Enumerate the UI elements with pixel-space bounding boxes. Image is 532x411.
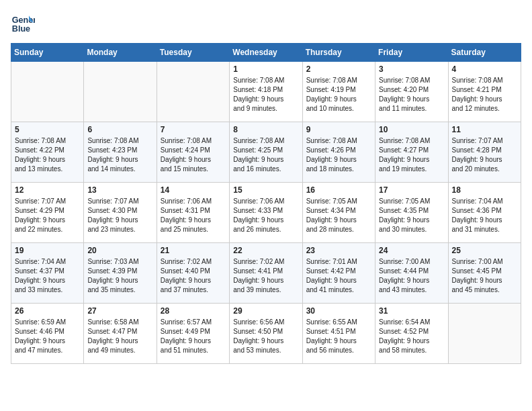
day-content: Sunrise: 7:07 AM Sunset: 4:28 PM Dayligh… — [452, 136, 517, 174]
day-number: 21 — [161, 246, 226, 255]
day-content: Sunrise: 7:02 AM Sunset: 4:41 PM Dayligh… — [233, 257, 298, 295]
day-content: Sunrise: 7:01 AM Sunset: 4:42 PM Dayligh… — [306, 257, 371, 295]
day-number: 4 — [452, 64, 517, 74]
calendar-cell: 22Sunrise: 7:02 AM Sunset: 4:41 PM Dayli… — [230, 243, 302, 304]
day-number: 6 — [87, 125, 152, 134]
day-number: 2 — [306, 64, 371, 74]
weekday-header-monday: Monday — [84, 44, 157, 62]
day-content: Sunrise: 7:00 AM Sunset: 4:45 PM Dayligh… — [452, 257, 517, 295]
day-number: 25 — [452, 246, 517, 255]
calendar-cell — [11, 62, 84, 122]
day-number: 13 — [87, 185, 152, 195]
day-number: 20 — [87, 246, 152, 255]
day-content: Sunrise: 7:08 AM Sunset: 4:27 PM Dayligh… — [379, 136, 444, 174]
day-content: Sunrise: 7:04 AM Sunset: 4:36 PM Dayligh… — [452, 197, 517, 234]
calendar-cell: 17Sunrise: 7:05 AM Sunset: 4:35 PM Dayli… — [375, 183, 448, 243]
day-content: Sunrise: 7:06 AM Sunset: 4:31 PM Dayligh… — [161, 197, 226, 234]
calendar-cell: 2Sunrise: 7:08 AM Sunset: 4:19 PM Daylig… — [302, 62, 375, 122]
day-content: Sunrise: 7:02 AM Sunset: 4:40 PM Dayligh… — [161, 257, 226, 295]
day-number: 1 — [233, 64, 298, 74]
weekday-header-wednesday: Wednesday — [230, 44, 302, 62]
weekday-header-thursday: Thursday — [302, 44, 375, 62]
day-number: 28 — [161, 306, 226, 316]
day-number: 30 — [306, 306, 371, 316]
weekday-header-saturday: Saturday — [448, 44, 521, 62]
calendar-cell — [157, 62, 229, 122]
calendar-cell: 20Sunrise: 7:03 AM Sunset: 4:39 PM Dayli… — [84, 243, 157, 304]
calendar-cell — [84, 62, 157, 122]
day-number: 26 — [15, 306, 80, 316]
weekday-header-friday: Friday — [375, 44, 448, 62]
logo-icon: General Blue — [11, 11, 35, 35]
day-content: Sunrise: 6:54 AM Sunset: 4:52 PM Dayligh… — [379, 318, 444, 355]
day-number: 5 — [15, 125, 80, 134]
day-number: 22 — [233, 246, 298, 255]
calendar-cell: 12Sunrise: 7:07 AM Sunset: 4:29 PM Dayli… — [11, 183, 84, 243]
day-content: Sunrise: 7:03 AM Sunset: 4:39 PM Dayligh… — [87, 257, 152, 295]
calendar-cell: 18Sunrise: 7:04 AM Sunset: 4:36 PM Dayli… — [448, 183, 521, 243]
calendar-cell: 30Sunrise: 6:55 AM Sunset: 4:51 PM Dayli… — [302, 304, 375, 364]
day-content: Sunrise: 7:08 AM Sunset: 4:19 PM Dayligh… — [306, 76, 371, 113]
svg-text:Blue: Blue — [12, 24, 30, 34]
calendar-cell: 4Sunrise: 7:08 AM Sunset: 4:21 PM Daylig… — [448, 62, 521, 122]
day-number: 18 — [452, 185, 517, 195]
calendar-table: SundayMondayTuesdayWednesdayThursdayFrid… — [11, 43, 521, 364]
weekday-header-tuesday: Tuesday — [157, 44, 229, 62]
day-number: 12 — [15, 185, 80, 195]
day-content: Sunrise: 6:59 AM Sunset: 4:46 PM Dayligh… — [15, 318, 80, 355]
calendar-cell: 9Sunrise: 7:08 AM Sunset: 4:26 PM Daylig… — [302, 122, 375, 183]
day-content: Sunrise: 7:08 AM Sunset: 4:23 PM Dayligh… — [87, 136, 152, 174]
calendar-cell: 31Sunrise: 6:54 AM Sunset: 4:52 PM Dayli… — [375, 304, 448, 364]
calendar-cell: 14Sunrise: 7:06 AM Sunset: 4:31 PM Dayli… — [157, 183, 229, 243]
weekday-header-sunday: Sunday — [11, 44, 84, 62]
day-content: Sunrise: 7:08 AM Sunset: 4:18 PM Dayligh… — [233, 76, 298, 113]
day-number: 29 — [233, 306, 298, 316]
day-number: 9 — [306, 125, 371, 134]
day-number: 23 — [306, 246, 371, 255]
day-content: Sunrise: 7:00 AM Sunset: 4:44 PM Dayligh… — [379, 257, 444, 295]
calendar-week-1: 1Sunrise: 7:08 AM Sunset: 4:18 PM Daylig… — [11, 62, 521, 122]
day-number: 7 — [161, 125, 226, 134]
calendar-cell: 10Sunrise: 7:08 AM Sunset: 4:27 PM Dayli… — [375, 122, 448, 183]
day-content: Sunrise: 6:57 AM Sunset: 4:49 PM Dayligh… — [161, 318, 226, 355]
day-content: Sunrise: 7:07 AM Sunset: 4:29 PM Dayligh… — [15, 197, 80, 234]
day-number: 15 — [233, 185, 298, 195]
day-number: 10 — [379, 125, 444, 134]
calendar-cell: 13Sunrise: 7:07 AM Sunset: 4:30 PM Dayli… — [84, 183, 157, 243]
day-number: 27 — [87, 306, 152, 316]
day-content: Sunrise: 7:07 AM Sunset: 4:30 PM Dayligh… — [87, 197, 152, 234]
day-number: 3 — [379, 64, 444, 74]
day-content: Sunrise: 7:08 AM Sunset: 4:26 PM Dayligh… — [306, 136, 371, 174]
day-content: Sunrise: 7:08 AM Sunset: 4:24 PM Dayligh… — [161, 136, 226, 174]
calendar-cell: 6Sunrise: 7:08 AM Sunset: 4:23 PM Daylig… — [84, 122, 157, 183]
day-content: Sunrise: 7:06 AM Sunset: 4:33 PM Dayligh… — [233, 197, 298, 234]
day-number: 24 — [379, 246, 444, 255]
day-content: Sunrise: 6:56 AM Sunset: 4:50 PM Dayligh… — [233, 318, 298, 355]
calendar-cell: 27Sunrise: 6:58 AM Sunset: 4:47 PM Dayli… — [84, 304, 157, 364]
logo: General Blue — [11, 11, 36, 35]
calendar-cell: 19Sunrise: 7:04 AM Sunset: 4:37 PM Dayli… — [11, 243, 84, 304]
calendar-week-2: 5Sunrise: 7:08 AM Sunset: 4:22 PM Daylig… — [11, 122, 521, 183]
day-content: Sunrise: 7:05 AM Sunset: 4:34 PM Dayligh… — [306, 197, 371, 234]
calendar-cell — [448, 304, 521, 364]
calendar-week-5: 26Sunrise: 6:59 AM Sunset: 4:46 PM Dayli… — [11, 304, 521, 364]
calendar-cell: 11Sunrise: 7:07 AM Sunset: 4:28 PM Dayli… — [448, 122, 521, 183]
page-header: General Blue — [11, 11, 521, 35]
day-content: Sunrise: 7:08 AM Sunset: 4:25 PM Dayligh… — [233, 136, 298, 174]
day-number: 19 — [15, 246, 80, 255]
calendar-cell: 8Sunrise: 7:08 AM Sunset: 4:25 PM Daylig… — [230, 122, 302, 183]
calendar-cell: 1Sunrise: 7:08 AM Sunset: 4:18 PM Daylig… — [230, 62, 302, 122]
day-content: Sunrise: 7:08 AM Sunset: 4:21 PM Dayligh… — [452, 76, 517, 113]
day-number: 8 — [233, 125, 298, 134]
calendar-week-4: 19Sunrise: 7:04 AM Sunset: 4:37 PM Dayli… — [11, 243, 521, 304]
day-content: Sunrise: 7:08 AM Sunset: 4:22 PM Dayligh… — [15, 136, 80, 174]
day-number: 16 — [306, 185, 371, 195]
calendar-cell: 16Sunrise: 7:05 AM Sunset: 4:34 PM Dayli… — [302, 183, 375, 243]
calendar-cell: 25Sunrise: 7:00 AM Sunset: 4:45 PM Dayli… — [448, 243, 521, 304]
calendar-week-3: 12Sunrise: 7:07 AM Sunset: 4:29 PM Dayli… — [11, 183, 521, 243]
day-content: Sunrise: 6:55 AM Sunset: 4:51 PM Dayligh… — [306, 318, 371, 355]
day-content: Sunrise: 7:08 AM Sunset: 4:20 PM Dayligh… — [379, 76, 444, 113]
day-number: 14 — [161, 185, 226, 195]
day-number: 17 — [379, 185, 444, 195]
calendar-cell: 15Sunrise: 7:06 AM Sunset: 4:33 PM Dayli… — [230, 183, 302, 243]
